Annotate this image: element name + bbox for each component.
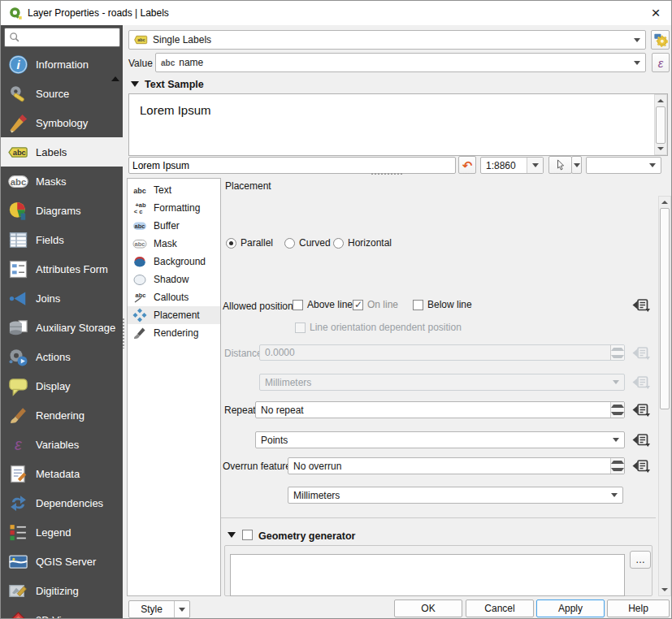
rendering-icon [6,404,30,426]
expression-icon: ε [658,56,664,70]
radio-icon[interactable] [333,238,344,249]
apply-button[interactable]: Apply [536,600,605,617]
sidebar-item-information[interactable]: iInformation [1,50,123,79]
geometry-generator-ellipsis-button[interactable]: … [630,551,651,569]
panel-title: Placement [225,180,271,192]
overrun-spinbox[interactable]: No overrun [288,457,625,474]
data-defined-override-button[interactable] [631,401,652,418]
spinner-arrows-icon[interactable] [610,458,624,474]
scroll-down-icon[interactable] [655,143,666,154]
ok-button[interactable]: OK [394,600,462,617]
tab-formatting[interactable]: +ab< cFormatting [128,199,220,217]
distance-units-value: Millimeters [265,377,311,388]
svg-text:abc: abc [135,223,145,230]
joins-icon [6,287,30,310]
sidebar-item-attributes-form[interactable]: Attributes Form [1,254,123,284]
collapse-arrow-icon[interactable] [131,81,139,87]
radio-horizontal[interactable]: Horizontal [333,237,392,249]
scroll-up-icon[interactable] [659,197,670,208]
sidebar-item-dependencies[interactable]: Dependencies [1,488,123,517]
sidebar-item-display[interactable]: Display [1,371,123,400]
repeat-spinbox[interactable]: No repeat [255,401,625,418]
auto-placement-settings-button[interactable] [651,30,670,50]
sidebar-item-label: Symbology [36,117,88,129]
sidebar-item-symbology[interactable]: Symbology [1,108,123,137]
tab-background[interactable]: Background [128,253,220,271]
sidebar-item-3d-view[interactable]: 3D View [1,605,123,619]
scroll-up-icon[interactable] [655,95,666,106]
sidebar-item-actions[interactable]: Actions [1,342,123,371]
qgis-server-icon [6,550,30,573]
collapse-arrow-icon[interactable] [228,532,236,538]
splitter-handle[interactable] [122,318,126,348]
set-scale-from-canvas-button[interactable] [548,156,572,174]
style-button[interactable]: Style [128,600,190,618]
checkbox-on-line[interactable]: On line [353,299,398,310]
radio-curved[interactable]: Curved [284,237,331,249]
sidebar-item-digitizing[interactable]: Digitizing [1,576,123,605]
scroll-down-icon[interactable] [659,584,670,595]
checkbox-above-line[interactable]: Above line [293,299,353,310]
placement-scrollbar[interactable] [658,196,671,596]
tab-buffer[interactable]: abcBuffer [128,217,220,235]
data-defined-override-button[interactable] [631,431,652,448]
radio-icon[interactable] [284,238,295,249]
tab-text[interactable]: abcText [128,181,220,199]
checkbox-icon[interactable] [413,300,423,310]
sidebar-item-labels[interactable]: abcLabels [1,137,123,167]
preview-scale-combo[interactable]: 1:8860 [480,157,544,174]
label-mode-combo[interactable]: abc Single Labels [128,30,646,50]
overrun-units-combo[interactable]: Millimeters [288,487,623,504]
sidebar-item-auxiliary-storage[interactable]: Auxiliary Storage [1,313,123,342]
sidebar-item-qgis-server[interactable]: QGIS Server [1,547,123,576]
sidebar-search[interactable] [4,28,120,47]
sample-text-input[interactable] [129,160,455,171]
information-icon: i [6,53,30,76]
sidebar-item-diagrams[interactable]: Diagrams [1,196,123,225]
tab-mask[interactable]: abcMask [128,235,220,253]
data-defined-override-button[interactable] [631,457,652,474]
radio-parallel[interactable]: Parallel [226,237,273,249]
data-defined-override-button[interactable] [631,297,652,313]
sidebar-item-rendering[interactable]: Rendering [1,400,123,430]
value-combo[interactable]: abc name [155,53,646,72]
sidebar-item-joins[interactable]: Joins [1,284,123,313]
sidebar-item-source[interactable]: Source [1,79,123,108]
checkbox-icon[interactable] [293,300,303,310]
preview-background-combo[interactable] [586,157,661,174]
sidebar-item-fields[interactable]: Fields [1,225,123,254]
sidebar-item-legend[interactable]: Legend [1,517,123,547]
sample-scrollbar-handle[interactable] [656,106,665,144]
sidebar-item-masks[interactable]: abcMasks [1,167,123,196]
tab-shadow[interactable]: Shadow [128,271,220,288]
sidebar-item-metadata[interactable]: Metadata [1,459,123,488]
radio-icon[interactable] [226,238,236,249]
dropdown-arrow-icon [629,54,645,71]
layer-properties-dialog: Layer Properties - roads | Labels × iInf… [0,0,672,619]
search-input[interactable] [20,32,119,43]
geometry-generator-expression-area[interactable] [230,554,625,596]
tab-label: Buffer [154,220,180,232]
repeat-units-combo[interactable]: Points [255,431,625,448]
separator [221,517,656,518]
checkbox-icon[interactable] [353,300,363,310]
geometry-generator-checkbox[interactable] [242,530,253,540]
reset-sample-button[interactable]: ↶ [458,156,476,174]
splitter-handle[interactable] [371,172,403,175]
tab-placement[interactable]: Placement [128,306,220,324]
spinner-arrows-icon[interactable] [610,402,624,418]
set-scale-dropdown-button[interactable] [571,156,582,174]
sidebar-item-variables[interactable]: εVariables [1,430,123,459]
checkbox-below-line[interactable]: Below line [413,299,472,310]
sample-scrollbar[interactable] [654,94,667,155]
tab-callouts[interactable]: abcCallouts [128,288,220,306]
help-button[interactable]: Help [607,600,670,617]
tab-rendering[interactable]: Rendering [128,324,220,342]
diagrams-icon [6,199,30,222]
style-dropdown-arrow-icon[interactable] [174,601,189,617]
cancel-button[interactable]: Cancel [466,600,534,617]
placement-scrollbar-handle[interactable] [660,208,670,409]
expression-builder-button[interactable]: ε [652,53,670,72]
svg-text:abc: abc [137,37,145,42]
close-button[interactable]: × [644,3,667,23]
